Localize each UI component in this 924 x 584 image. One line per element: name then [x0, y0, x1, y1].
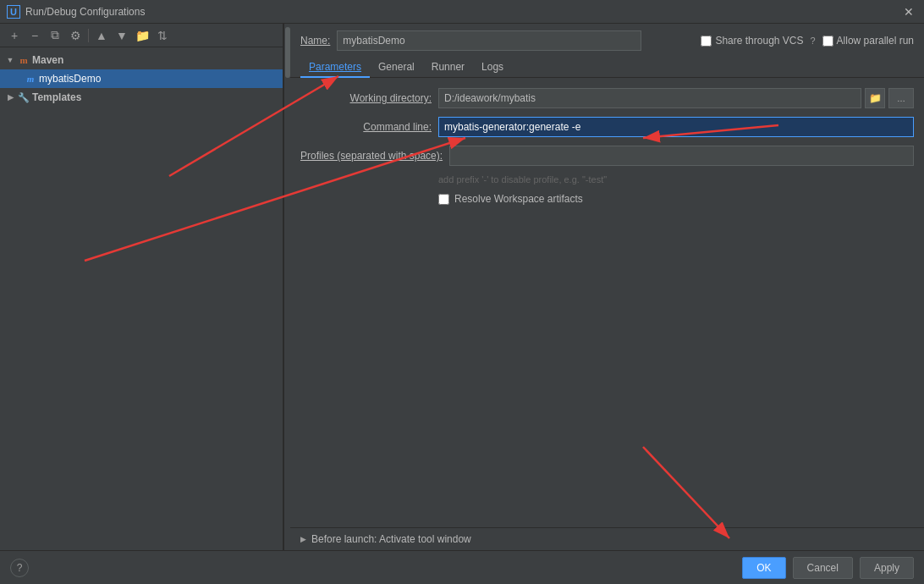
help-button[interactable]: ?: [10, 559, 29, 577]
profiles-hint: add prefix '-' to disable profile, e.g. …: [438, 174, 914, 185]
ok-button[interactable]: OK: [742, 557, 785, 579]
tabs-bar: Parameters General Runner Logs: [290, 58, 924, 78]
action-buttons: OK Cancel Apply: [742, 557, 914, 579]
main-layout: + − ⧉ ⚙ ▲ ▼ 📁 ⇅ ▼ m Maven m mybatisDemo: [0, 24, 924, 550]
apply-button[interactable]: Apply: [860, 557, 914, 579]
share-vcs-checkbox[interactable]: [701, 36, 712, 47]
browse-button-2[interactable]: …: [888, 88, 914, 108]
tab-runner[interactable]: Runner: [423, 58, 473, 78]
maven-node-label: Maven: [32, 54, 63, 66]
name-row: Name: Share through VCS ? Allow parallel…: [290, 24, 924, 58]
remove-config-button[interactable]: −: [25, 26, 44, 45]
command-line-row: Command line:: [300, 117, 914, 137]
maven-icon: m: [17, 55, 30, 65]
share-vcs-checkbox-label[interactable]: Share through VCS: [701, 35, 803, 47]
window-title: Run/Debug Configurations: [25, 6, 145, 18]
parallel-run-label[interactable]: Allow parallel run: [822, 35, 914, 47]
maven-child-icon: m: [24, 74, 37, 84]
profiles-label: Profiles (separated with space):: [300, 150, 443, 162]
before-launch-expand[interactable]: ▶: [300, 535, 306, 543]
right-panel: Name: Share through VCS ? Allow parallel…: [290, 24, 924, 550]
browse-folder-button[interactable]: 📁: [865, 88, 885, 108]
tab-general[interactable]: General: [370, 58, 423, 78]
app-icon: U: [7, 5, 20, 19]
sidebar-toolbar: + − ⧉ ⚙ ▲ ▼ 📁 ⇅: [0, 24, 283, 47]
right-options: Share through VCS ? Allow parallel run: [701, 35, 914, 47]
templates-label: Templates: [32, 91, 81, 103]
sort-button[interactable]: ⇅: [153, 26, 172, 45]
templates-expand-icon: ▶: [5, 92, 15, 102]
resolve-artifacts-row[interactable]: Resolve Workspace artifacts: [438, 193, 914, 205]
copy-config-button[interactable]: ⧉: [46, 26, 64, 45]
separator-1: [88, 29, 89, 42]
name-input[interactable]: [337, 30, 641, 51]
add-config-button[interactable]: +: [5, 26, 24, 45]
expand-icon: ▼: [5, 55, 15, 65]
profiles-input[interactable]: [449, 146, 914, 166]
tab-parameters[interactable]: Parameters: [300, 58, 370, 78]
bottom-bar: ? OK Cancel Apply: [0, 550, 924, 584]
move-up-button[interactable]: ▲: [92, 26, 111, 45]
tree-item-mybatisdemo[interactable]: m mybatisDemo: [0, 69, 283, 88]
cancel-button[interactable]: Cancel: [793, 557, 853, 579]
command-line-label: Command line:: [300, 121, 432, 133]
working-dir-input-group: 📁 …: [438, 88, 914, 108]
tab-logs[interactable]: Logs: [473, 58, 512, 78]
before-launch-label: Before launch: Activate tool window: [311, 533, 471, 545]
params-content: Working directory: 📁 … Command line: Pro…: [290, 78, 924, 527]
config-tree: ▼ m Maven m mybatisDemo ▶ 🔧 Templates: [0, 47, 283, 550]
wrench-icon: 🔧: [17, 92, 30, 103]
profiles-row: Profiles (separated with space):: [300, 146, 914, 166]
title-bar: U Run/Debug Configurations ✕: [0, 0, 924, 24]
resolve-artifacts-checkbox[interactable]: [438, 194, 449, 205]
title-bar-left: U Run/Debug Configurations: [7, 5, 145, 19]
settings-button[interactable]: ⚙: [66, 26, 85, 45]
command-line-input[interactable]: [438, 117, 914, 137]
scrollbar-thumb: [285, 27, 290, 78]
help-icon-vcs: ?: [810, 36, 815, 46]
parallel-run-text: Allow parallel run: [837, 35, 914, 47]
working-dir-label: Working directory:: [300, 92, 432, 104]
working-dir-row: Working directory: 📁 …: [300, 88, 914, 108]
resolve-artifacts-label[interactable]: Resolve Workspace artifacts: [454, 193, 583, 205]
sidebar-scrollbar[interactable]: [283, 24, 290, 550]
mybatisdemo-label: mybatisDemo: [39, 73, 101, 85]
working-dir-input[interactable]: [438, 88, 861, 108]
folder-button[interactable]: 📁: [133, 26, 151, 45]
move-down-button[interactable]: ▼: [113, 26, 131, 45]
close-button[interactable]: ✕: [900, 3, 917, 20]
share-vcs-label: Share through VCS: [715, 35, 803, 47]
parallel-run-checkbox[interactable]: [822, 36, 833, 47]
tree-item-templates[interactable]: ▶ 🔧 Templates: [0, 88, 283, 107]
before-launch-section: ▶ Before launch: Activate tool window: [290, 527, 924, 550]
sidebar: + − ⧉ ⚙ ▲ ▼ 📁 ⇅ ▼ m Maven m mybatisDemo: [0, 24, 283, 550]
tree-item-maven[interactable]: ▼ m Maven: [0, 51, 283, 69]
name-label: Name:: [300, 35, 330, 47]
